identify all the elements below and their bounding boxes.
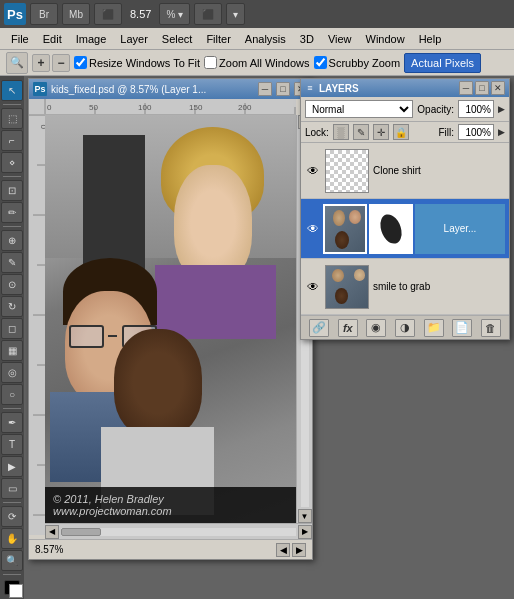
scroll-right-btn[interactable]: ▶: [298, 525, 312, 539]
tool-divider-6: [3, 574, 21, 575]
layers-mask-btn[interactable]: ◉: [366, 319, 386, 337]
zoom-all-option[interactable]: Zoom All Windows: [204, 56, 309, 69]
tool-magic-wand[interactable]: ⋄: [1, 152, 23, 173]
scroll-down-btn[interactable]: ▼: [298, 509, 312, 523]
layer-row-layer2[interactable]: 👁 Layer...: [301, 199, 509, 259]
image-canvas: [45, 115, 296, 523]
tool-heal[interactable]: ⊕: [1, 230, 23, 251]
scroll-left-btn[interactable]: ◀: [45, 525, 59, 539]
menu-help[interactable]: Help: [412, 31, 449, 47]
layers-panel-title: LAYERS: [317, 83, 457, 94]
menu-image[interactable]: Image: [69, 31, 114, 47]
menu-file[interactable]: File: [4, 31, 36, 47]
menu-3d[interactable]: 3D: [293, 31, 321, 47]
tool-brush[interactable]: ✎: [1, 252, 23, 273]
tool-shape[interactable]: ▭: [1, 478, 23, 499]
scrubby-zoom-option[interactable]: Scrubby Zoom: [314, 56, 401, 69]
photo-young-child: [95, 319, 221, 515]
actual-pixels-btn[interactable]: Actual Pixels: [404, 53, 481, 73]
main-area: ↖ ⬚ ⌐ ⋄ ⊡ ✏ ⊕ ✎ ⊙ ↻ ◻ ▦ ◎ ○ ✒ T ▶ ▭ ⟳ ✋ …: [0, 76, 514, 599]
tool-clone[interactable]: ⊙: [1, 274, 23, 295]
doc-titlebar: Ps kids_fixed.psd @ 8.57% (Layer 1... ─ …: [29, 79, 312, 99]
blend-mode-select[interactable]: Normal: [305, 100, 413, 118]
status-prev-btn[interactable]: ◀: [276, 543, 290, 557]
opacity-input[interactable]: [458, 100, 494, 118]
layer-eye-clone[interactable]: 👁: [305, 163, 321, 179]
tool-lasso[interactable]: ⌐: [1, 130, 23, 151]
menu-window[interactable]: Window: [359, 31, 412, 47]
tool-blur[interactable]: ◎: [1, 362, 23, 383]
menu-edit[interactable]: Edit: [36, 31, 69, 47]
layer-eye-smile[interactable]: 👁: [305, 279, 321, 295]
resize-windows-option[interactable]: Resize Windows To Fit: [74, 56, 200, 69]
zoom-in-btn[interactable]: +: [32, 54, 50, 72]
tool-path-select[interactable]: ▶: [1, 456, 23, 477]
layers-delete-btn[interactable]: 🗑: [481, 319, 501, 337]
tool-eraser[interactable]: ◻: [1, 318, 23, 339]
scrubby-zoom-checkbox[interactable]: [314, 56, 327, 69]
tool-crop[interactable]: ⊡: [1, 180, 23, 201]
tool-gradient[interactable]: ▦: [1, 340, 23, 361]
resize-windows-checkbox[interactable]: [74, 56, 87, 69]
svg-text:100: 100: [138, 103, 152, 112]
foreground-color[interactable]: [4, 580, 20, 595]
lock-image-btn[interactable]: ✎: [353, 124, 369, 140]
layers-group-btn[interactable]: 📁: [424, 319, 444, 337]
lock-position-btn[interactable]: ✛: [373, 124, 389, 140]
layer-eye-layer2[interactable]: 👁: [305, 221, 321, 237]
scroll-thumb-h[interactable]: [61, 528, 101, 536]
opacity-expand-arrow[interactable]: ▶: [498, 104, 505, 114]
zoom-all-checkbox[interactable]: [204, 56, 217, 69]
tool-3d-rotate[interactable]: ⟳: [1, 506, 23, 527]
fill-expand-arrow[interactable]: ▶: [498, 127, 505, 137]
doc-minimize-btn[interactable]: ─: [258, 82, 272, 96]
layers-adjustment-btn[interactable]: ◑: [395, 319, 415, 337]
tool-eyedropper[interactable]: ✏: [1, 202, 23, 223]
tool-marquee[interactable]: ⬚: [1, 108, 23, 129]
screen-mode-dropdown[interactable]: ▾: [226, 3, 245, 25]
lock-all-btn[interactable]: 🔒: [393, 124, 409, 140]
zoom-out-btn[interactable]: −: [52, 54, 70, 72]
watermark-line1: © 2011, Helen Bradley: [53, 493, 164, 505]
tool-dodge[interactable]: ○: [1, 384, 23, 405]
layer-row-clone-shirt[interactable]: 👁 Clone shirt: [301, 143, 509, 199]
zoom-tool-icon[interactable]: 🔍: [6, 52, 28, 74]
status-next-btn[interactable]: ▶: [292, 543, 306, 557]
tool-history-brush[interactable]: ↻: [1, 296, 23, 317]
tool-divider-3: [3, 226, 21, 227]
mask-shape: [379, 212, 404, 245]
layers-bottom-toolbar: 🔗 fx ◉ ◑ 📁 📄 🗑: [301, 315, 509, 339]
menu-analysis[interactable]: Analysis: [238, 31, 293, 47]
tool-divider-4: [3, 408, 21, 409]
layers-fx-btn[interactable]: fx: [338, 319, 358, 337]
layers-link-btn[interactable]: 🔗: [309, 319, 329, 337]
layers-maximize-btn[interactable]: □: [475, 81, 489, 95]
bridge-icon-btn[interactable]: Br: [30, 3, 58, 25]
menu-view[interactable]: View: [321, 31, 359, 47]
layers-minimize-btn[interactable]: ─: [459, 81, 473, 95]
menu-filter[interactable]: Filter: [199, 31, 237, 47]
layers-close-btn[interactable]: ✕: [491, 81, 505, 95]
layer-thumb-smile: [325, 265, 369, 309]
zoom-dropdown[interactable]: % ▾: [159, 3, 190, 25]
layers-new-btn[interactable]: 📄: [452, 319, 472, 337]
tool-pen[interactable]: ✒: [1, 412, 23, 433]
tool-zoom[interactable]: 🔍: [1, 550, 23, 571]
scrollbar-h[interactable]: ◀ ▶: [45, 523, 312, 539]
menu-layer[interactable]: Layer: [113, 31, 155, 47]
layers-collapse-btn[interactable]: ≡: [305, 83, 315, 93]
tool-preset-btn[interactable]: ⬛: [94, 3, 122, 25]
tool-hand[interactable]: ✋: [1, 528, 23, 549]
statusbar-nav: ◀ ▶: [276, 543, 306, 557]
lock-transparent-btn[interactable]: ░: [333, 124, 349, 140]
layer-row-smile[interactable]: 👁 smile to grab: [301, 259, 509, 315]
top-bar: Ps Br Mb ⬛ 8.57 % ▾ ⬛ ▾: [0, 0, 514, 28]
menu-select[interactable]: Select: [155, 31, 200, 47]
tool-text[interactable]: T: [1, 434, 23, 455]
tool-move[interactable]: ↖: [1, 80, 23, 101]
mb-icon-btn[interactable]: Mb: [62, 3, 90, 25]
doc-maximize-btn[interactable]: □: [276, 82, 290, 96]
document-window: Ps kids_fixed.psd @ 8.57% (Layer 1... ─ …: [28, 78, 313, 560]
screen-mode-btn[interactable]: ⬛: [194, 3, 222, 25]
fill-input[interactable]: [458, 124, 494, 140]
